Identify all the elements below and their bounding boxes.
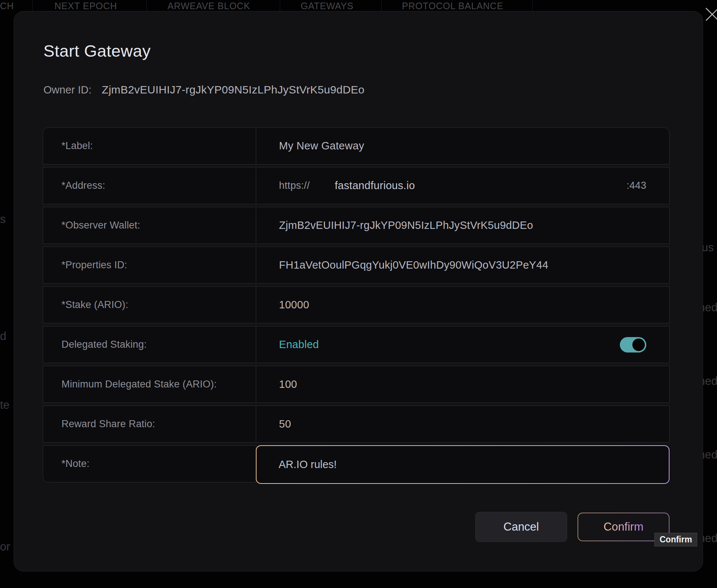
header-divider [532,0,533,11]
form-row-delegated-staking: Delegated Staking: Enabled [43,326,670,363]
min-delegated-stake-caption: Minimum Delegated Stake (ARIO): [43,366,256,403]
form-row-reward-share-ratio: Reward Share Ratio: 50 [43,405,670,443]
bg-stat-arweave-block: ARWEAVE BLOCK [167,1,250,11]
gateway-form-table: *Label: My New Gateway *Address: https:/… [43,127,670,485]
cancel-button[interactable]: Cancel [475,512,567,542]
properties-id-caption: *Properties ID: [43,247,256,284]
delegated-staking-status: Enabled [279,339,319,351]
form-row-stake: *Stake (ARIO): 10000 [43,286,670,323]
modal-title: Start Gateway [43,42,151,61]
address-input[interactable]: https:// fastandfurious.io :443 [256,167,670,204]
min-delegated-stake-input[interactable]: 100 [256,366,670,403]
observer-wallet-caption: *Observer Wallet: [43,207,256,244]
header-divider [146,0,147,11]
header-divider [32,0,33,11]
header-divider [280,0,280,11]
note-input-focus-border: AR.IO rules! [256,445,670,484]
bg-stat-gateways: GATEWAYS [301,1,353,11]
confirm-button-label: Confirm [604,520,644,534]
form-row-min-delegated-stake: Minimum Delegated Stake (ARIO): 100 [43,366,670,403]
form-row-label: *Label: My New Gateway [43,127,670,164]
address-protocol-prefix: https:// [279,180,310,191]
bg-fragment-epoch: CH [0,1,14,11]
stake-caption: *Stake (ARIO): [43,286,256,323]
bg-stat-protocol-balance: PROTOCOL BALANCE [402,1,503,11]
address-domain-value[interactable]: fastandfurious.io [335,180,415,192]
delegated-staking-caption: Delegated Staking: [43,326,256,363]
bg-stat-next-epoch: NEXT EPOCH [54,1,117,11]
label-input[interactable]: My New Gateway [256,127,670,164]
properties-id-input[interactable]: FH1aVetOoulPGqgYukj0VE0wIhDy90WiQoV3U2Pe… [256,247,670,284]
form-row-properties-id: *Properties ID: FH1aVetOoulPGqgYukj0VE0w… [43,247,670,284]
owner-id-value: ZjmB2vEUIHIJ7-rgJkYP09N5IzLPhJyStVrK5u9d… [102,84,365,96]
start-gateway-modal: Start Gateway Owner ID: ZjmB2vEUIHIJ7-rg… [14,11,703,571]
bg-fragment-left: s [0,213,6,226]
reward-share-ratio-input[interactable]: 50 [256,405,670,443]
toggle-knob [632,339,645,351]
stake-input[interactable]: 10000 [256,286,670,323]
delegated-staking-cell: Enabled [256,326,670,363]
note-caption: *Note: [43,445,256,482]
close-icon[interactable] [704,6,717,23]
owner-id-row: Owner ID: ZjmB2vEUIHIJ7-rgJkYP09N5IzLPhJ… [43,84,364,96]
note-input[interactable]: AR.IO rules! [257,446,669,483]
bg-fragment-left: or [0,540,10,553]
observer-wallet-input[interactable]: ZjmB2vEUIHIJ7-rgJkYP09N5IzLPhJyStVrK5u9d… [256,207,670,244]
owner-id-label: Owner ID: [43,84,92,96]
form-row-note: *Note: AR.IO rules! [43,445,670,482]
delegated-staking-toggle[interactable] [620,337,646,353]
reward-share-ratio-caption: Reward Share Ratio: [43,405,256,443]
screen: { "header": { "fragment_left": "CH", "la… [0,0,717,588]
bg-fragment-left: d [0,330,6,343]
address-port-suffix: :443 [626,180,646,191]
form-row-observer-wallet: *Observer Wallet: ZjmB2vEUIHIJ7-rgJkYP09… [43,207,670,244]
bg-fragment-left: te [0,399,10,412]
header-divider [381,0,382,11]
address-field-caption: *Address: [43,167,256,204]
form-row-address: *Address: https:// fastandfurious.io :44… [43,167,670,204]
confirm-tooltip: Confirm [654,533,697,546]
label-field-caption: *Label: [43,127,256,164]
